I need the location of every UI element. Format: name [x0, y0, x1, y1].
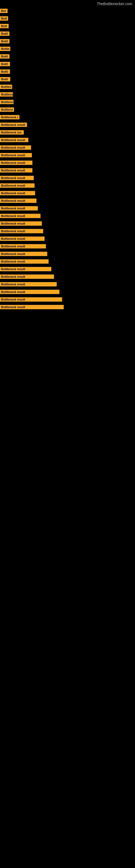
bar-row: Bottleneck result	[0, 250, 135, 258]
bar-label: Bottleneck result	[0, 123, 27, 127]
bar-row: Bottleneck result	[0, 136, 135, 144]
bar-row: Bottleneck result	[0, 288, 135, 296]
bar-label: Bottleneck result	[0, 252, 47, 256]
bar-row: Bottleneck result	[0, 159, 135, 166]
bar-label: Bottleneck result	[0, 198, 37, 203]
bar-row: Bottleneck result	[0, 212, 135, 220]
bar-label: Bottleneck result	[0, 214, 41, 218]
bar-row: Bottleneck result	[0, 265, 135, 273]
bar-label: Bottleneck result	[0, 221, 42, 226]
bar-row: Bot	[0, 7, 135, 14]
bar-label: Bottlene	[0, 107, 14, 112]
bar-label: Bottleneck result	[0, 191, 35, 195]
bar-row: Bottleneck result	[0, 144, 135, 151]
bar-label: Bottl	[0, 31, 9, 36]
bar-label: Bottlene	[0, 100, 13, 104]
bar-label: Bottleneck result	[0, 229, 43, 233]
bar-label: Bottleneck result	[0, 168, 32, 173]
bar-row: Bottl	[0, 37, 135, 45]
bar-label: Bott	[0, 24, 9, 28]
bar-row: Bottlens	[0, 91, 135, 98]
bar-row: Bottleneck result	[0, 174, 135, 182]
bar-label: Bottl	[0, 54, 9, 59]
bar-label: Bottleneck result	[0, 183, 35, 188]
bar-row: Bottleneck result	[0, 227, 135, 235]
site-title: TheBottlenecker.com	[0, 0, 135, 7]
bar-label: Bottleneck result	[0, 206, 38, 211]
bar-row: Bottl	[0, 53, 135, 60]
bar-label: Bottlen	[0, 85, 12, 89]
bar-row: Bottleneck result	[0, 273, 135, 280]
bar-row: Bottleneck result	[0, 296, 135, 303]
bar-row: Bottl	[0, 60, 135, 68]
bar-row: Bottleneck result	[0, 243, 135, 250]
bar-label: Bottleneck r	[0, 115, 19, 119]
bar-row: Bottleneck result	[0, 205, 135, 212]
bar-row: Bottleneck result	[0, 197, 135, 205]
bar-label: Bottleneck res	[0, 130, 24, 134]
bar-row: Bottleneck result	[0, 121, 135, 129]
bar-row: Bottleneck result	[0, 182, 135, 189]
bar-row: Bottleneck result	[0, 166, 135, 174]
bar-label: Bottleneck result	[0, 244, 46, 248]
bar-row: Bott	[0, 22, 135, 30]
bar-label: Bot	[0, 9, 8, 13]
bar-row: Bottleneck result	[0, 303, 135, 311]
bar-label: Bottleneck result	[0, 275, 54, 279]
bar-row: Bottleneck result	[0, 235, 135, 243]
bar-row: Bottleneck result	[0, 220, 135, 227]
bar-row: Bottlene	[0, 98, 135, 106]
bar-row: Bottl	[0, 30, 135, 37]
bar-label: Bott	[0, 16, 8, 21]
bar-row: Bottle	[0, 45, 135, 53]
bar-row: Bottlene	[0, 106, 135, 113]
bar-label: Bottleneck result	[0, 290, 59, 294]
bar-label: Bottle	[0, 46, 10, 51]
bar-label: Bottleneck result	[0, 259, 49, 264]
bar-label: Bottleneck result	[0, 282, 57, 286]
bar-label: Bottleneck result	[0, 138, 28, 142]
bar-label: Bottlens	[0, 92, 13, 97]
bar-label: Bottleneck result	[0, 297, 62, 302]
bar-label: Bottl	[0, 62, 10, 66]
bar-row: Bott	[0, 14, 135, 22]
bar-label: Bottleneck result	[0, 267, 51, 271]
bar-row: Bottleneck result	[0, 189, 135, 197]
bar-row: Bottleneck res	[0, 129, 135, 136]
bar-label: Bottleneck result	[0, 153, 32, 157]
bar-label: Bottleneck result	[0, 145, 31, 150]
bar-label: Bottleneck result	[0, 305, 64, 309]
bar-label: Bottleneck result	[0, 237, 45, 241]
bar-label: Bottl	[0, 77, 10, 82]
bar-label: Bottleneck result	[0, 161, 32, 165]
bar-label: Bottl	[0, 39, 9, 43]
bar-row: Bottleneck result	[0, 258, 135, 265]
bar-row: Bottleneck result	[0, 280, 135, 288]
bar-row: Bottl	[0, 75, 135, 83]
bar-row: Bottl	[0, 68, 135, 75]
bar-label: Bottl	[0, 69, 10, 74]
bar-label: Bottleneck result	[0, 176, 34, 180]
bars-container: BotBottBottBottlBottlBottleBottlBottlBot…	[0, 7, 135, 311]
bar-row: Bottleneck result	[0, 151, 135, 159]
bar-row: Bottleneck r	[0, 113, 135, 121]
bar-row: Bottlen	[0, 83, 135, 91]
